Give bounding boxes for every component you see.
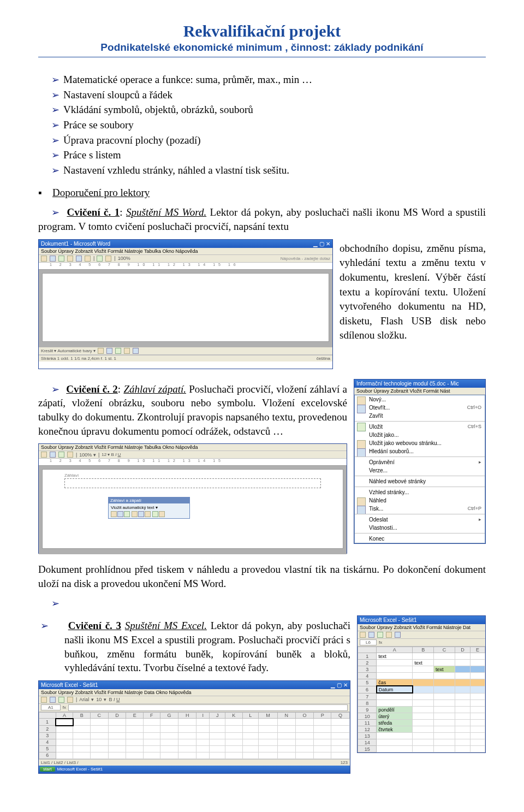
window-titlebar: Informační technologie modul č5.doc - Mi… <box>354 380 485 388</box>
header-footer-toolbar[interactable]: Záhlaví a zápatí Vložit automatický text… <box>108 497 190 519</box>
header-rule <box>38 57 486 57</box>
menu-item-preview[interactable]: Náhled <box>355 496 485 505</box>
cv1-label: Cvičení č. 1 <box>67 206 120 218</box>
hf-toolbar-autotext[interactable]: Vložit automatický text ▾ <box>111 505 187 510</box>
draw-toolbar-label[interactable]: Kreslit ▾ Automatické tvary ▾ <box>41 348 96 353</box>
help-hint[interactable]: Nápověda - zadejte dotaz <box>281 256 330 261</box>
menu-item-versions[interactable]: Verze... <box>355 466 485 475</box>
menubar[interactable]: Soubor Úpravy Zobrazit Vložit Formát Nás… <box>354 388 485 395</box>
window-title: Informační technologie modul č5.doc - Mi… <box>356 381 459 387</box>
window-titlebar: Dokument1 - Microsoft Word ▁ ▢ ✕ <box>39 240 332 248</box>
name-box[interactable]: A1 <box>41 704 61 710</box>
start-button[interactable]: start <box>40 767 55 772</box>
bullet-item: Nastavení sloupců a řádek <box>63 88 486 102</box>
window-title: Microsoft Excel - Sešit1 <box>41 682 98 688</box>
menubar[interactable]: Soubor Úpravy Zobrazit Vložit Formát Nás… <box>39 248 332 255</box>
ruler: 1 2 3 4 5 6 7 8 9 10 11 12 13 14 15 16 <box>39 263 332 270</box>
menu-item-save-web[interactable]: Uložit jako webovou stránku... <box>355 439 485 447</box>
cv2-para: Cvičení č. 2: Záhlaví zápatí. Posluchači… <box>38 382 347 438</box>
word-screenshot: Dokument1 - Microsoft Word ▁ ▢ ✕ Soubor … <box>38 239 333 369</box>
sheet-tabs[interactable]: List1 / List2 / List3 / <box>41 760 78 765</box>
bullet-item: Úprava pracovní plochy (pozadí) <box>63 133 486 147</box>
cv3-sub: Spuštění MS Excel. <box>125 620 207 631</box>
menu-item-new[interactable]: Nový... <box>355 395 485 404</box>
menu-item-web-preview[interactable]: Náhled webové stránky <box>355 476 485 485</box>
formula-bar[interactable]: L6 fx <box>358 639 485 647</box>
excel-small-screenshot: Microsoft Excel - Sešit1 Soubor Úpravy Z… <box>357 615 486 753</box>
menu-item-permissions[interactable]: Oprávnění▸ <box>355 457 485 466</box>
top-bullet-list: Matematické operace a funkce: suma, prům… <box>38 73 486 177</box>
statusbar: Stránka 1 odd. 1 1/1 na 2,4cm ř. 1 sl. 1… <box>39 355 332 361</box>
bullet-item: Práce s listem <box>63 148 486 162</box>
menu-item-page-setup[interactable]: Vzhled stránky... <box>355 487 485 496</box>
window-title: Dokument1 - Microsoft Word <box>41 241 110 247</box>
menubar[interactable]: Soubor Úpravy Zobrazit Vložit Formát Nás… <box>358 624 485 631</box>
toolbar-standard[interactable]: |100% ▾ |12 ▾ B I U <box>39 451 347 459</box>
formula-bar[interactable]: A1 fx <box>39 704 350 712</box>
doc-subtitle: Podnikatelské ekonomické minimum , činno… <box>38 42 486 54</box>
menu-item-print[interactable]: Tisk...Ctrl+P <box>355 505 485 513</box>
cv-mid-text: Dokument prohlídnou před tiskem v náhled… <box>38 562 486 590</box>
cv1-lead: Cvičení č. 1: Spuštění MS Word. Lektor d… <box>38 205 486 233</box>
zoom-box[interactable]: 100% <box>118 256 130 261</box>
menu-item-close[interactable]: Zavřít <box>355 412 485 420</box>
toolbar-standard[interactable]: | |100% Nápověda - zadejte dotaz <box>39 255 332 263</box>
cv1-sub: Spuštění MS Word. <box>126 206 206 218</box>
cv2-label: Cvičení č. 2 <box>66 383 118 395</box>
menu-item-save[interactable]: UložitCtrl+S <box>355 421 485 431</box>
menu-item-send[interactable]: Odeslat▸ <box>355 514 485 524</box>
spreadsheet-grid[interactable]: AB CD E 1text 2text 3text 4 5čas 6Datum … <box>358 647 485 752</box>
bullet-item: Vkládání symbolů, objektů, obrázků, soub… <box>63 103 486 117</box>
menu-item-find-files[interactable]: Hledání souborů... <box>355 447 485 455</box>
word-file-menu-screenshot: Informační technologie modul č5.doc - Mi… <box>354 379 486 544</box>
menubar[interactable]: Soubor Úpravy Zobrazit Vložit Formát Nás… <box>39 689 350 696</box>
cv3-para: ➢ Cvičení č. 3 Spuštění MS Excel. Lektor… <box>64 619 350 675</box>
spreadsheet-grid[interactable]: ABC DEF GHI JKL MNO PQ 1 2 3 4 5 6 <box>39 712 350 759</box>
cv3-label: Cvičení č. 3 <box>68 620 121 631</box>
cv2-sub: Záhlaví zápatí. <box>123 383 186 395</box>
bullet-item: Práce se soubory <box>63 118 486 132</box>
doc-title: Rekvalifikační projekt <box>38 22 486 40</box>
window-title: Microsoft Excel - Sešit1 <box>360 617 416 623</box>
draw-toolbar[interactable]: Kreslit ▾ Automatické tvary ▾ <box>39 347 332 355</box>
menubar[interactable]: Soubor Úpravy Zobrazit Vložit Formát Nás… <box>39 444 347 451</box>
name-box[interactable]: L6 <box>360 639 377 645</box>
ruler: 1 2 3 4 5 6 7 8 9 10 11 12 13 14 15 <box>39 459 347 466</box>
word-header-footer-screenshot: Soubor Úpravy Zobrazit Vložit Formát Nás… <box>38 443 347 554</box>
bullet-item: Nastavení vzhledu stránky, náhled a vlas… <box>63 163 486 177</box>
cv1-right-text: obchodního dopisu, změnu písma, vyhledán… <box>340 239 486 343</box>
bullet-item: Matematické operace a funkce: suma, prům… <box>63 73 486 87</box>
recommend-heading: Doporučení pro lektory <box>38 187 486 199</box>
menu-item-properties[interactable]: Vlastnosti... <box>355 524 485 532</box>
excel-big-screenshot: Microsoft Excel - Sešit1▁ ▢ ✕ Soubor Úpr… <box>38 680 350 774</box>
toolbar[interactable]: |Arial▾ 10▾ B I U <box>39 696 350 704</box>
hf-toolbar-title: Záhlaví a zápatí <box>109 497 189 503</box>
toolbar[interactable] <box>358 631 485 639</box>
menu-item-open[interactable]: Otevřít...Ctrl+O <box>355 404 485 412</box>
menu-item-save-as[interactable]: Uložit jako... <box>355 431 485 439</box>
menu-item-exit[interactable]: Konec <box>355 533 485 543</box>
